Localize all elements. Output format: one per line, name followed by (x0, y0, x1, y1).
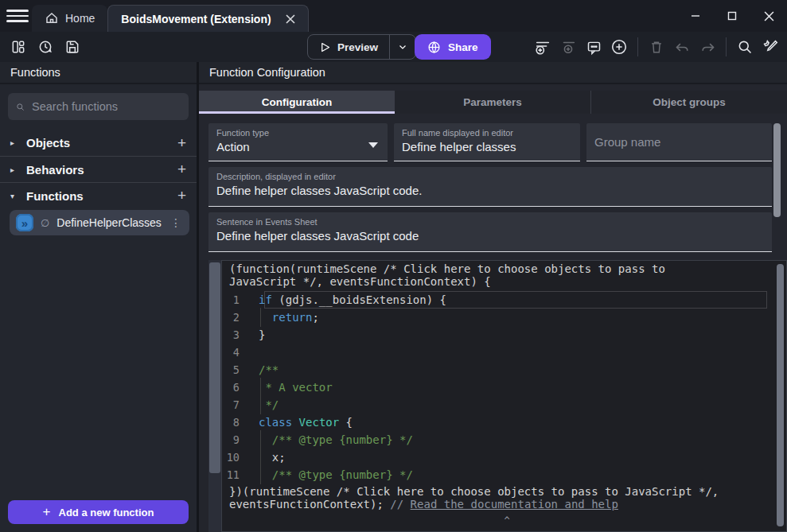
add-objects-button[interactable]: + (177, 134, 186, 152)
preview-options-button[interactable] (389, 35, 415, 59)
chevron-collapsed-icon: ▸ (10, 138, 18, 147)
sentence-label: Sentence in Events Sheet (216, 217, 764, 227)
preview-button[interactable]: Preview (307, 34, 416, 60)
function-item-definehelperclasses[interactable]: » ∅ DefineHelperClasses ⋮ (10, 210, 189, 235)
code-line[interactable]: 4 (222, 344, 786, 361)
sentence-field[interactable]: Sentence in Events Sheet Define helper c… (208, 212, 772, 252)
code-line[interactable]: 9 /** @type {number} */ (222, 431, 786, 449)
search-functions-box[interactable] (8, 93, 189, 120)
code-line[interactable]: 11 /** @type {number} */ (222, 466, 786, 483)
form-scrollbar[interactable] (773, 123, 781, 217)
code-line[interactable]: 8class Vector { (222, 414, 786, 431)
code-token: eventsFunctionContext); (229, 498, 390, 511)
private-function-icon: ∅ (41, 217, 49, 229)
edit-extension-button[interactable] (758, 35, 782, 59)
undo-icon (674, 39, 691, 56)
add-functions-button[interactable]: + (177, 187, 186, 204)
code-token: { (339, 416, 353, 429)
tab-object-groups[interactable]: Object groups (590, 91, 787, 114)
tab-extension-label: BoidsMovement (Extension) (121, 13, 271, 25)
window-close-button[interactable] (750, 0, 787, 32)
add-behaviors-button[interactable]: + (177, 161, 186, 178)
redo-button[interactable] (695, 35, 719, 59)
code-line[interactable]: 10 x; (222, 449, 786, 466)
code-footer[interactable]: })(runtimeScene /* Click here to choose … (222, 483, 786, 511)
group-name-field[interactable]: Group name (586, 123, 772, 161)
code-token: // (390, 498, 410, 511)
code-lines[interactable]: 1if (gdjs.__boidsExtension) {2 return;3}… (222, 291, 786, 483)
tab-label: Parameters (463, 96, 522, 108)
documentation-link[interactable]: Read the documentation and help (411, 498, 618, 511)
functions-sidebar: Functions ▸Objects+▸Behaviors+▾Functions… (0, 62, 197, 532)
save-button[interactable] (60, 35, 84, 59)
tab-close-button[interactable] (286, 14, 295, 24)
function-item-label: DefineHelperClasses (56, 216, 162, 229)
code-content: /** @type {number} */ (259, 431, 786, 449)
main-menu-button[interactable] (6, 6, 29, 25)
code-line[interactable]: 2 return; (222, 309, 786, 326)
hamburger-icon (6, 20, 29, 22)
code-content: if (gdjs.__boidsExtension) { (259, 291, 786, 309)
tab-home[interactable]: Home (32, 5, 107, 32)
window-maximize-button[interactable] (714, 0, 750, 32)
item-options-button[interactable]: ⋮ (169, 216, 183, 229)
tab-label: Object groups (653, 96, 726, 108)
add-subevent-button[interactable] (556, 35, 580, 59)
undo-button[interactable] (670, 35, 694, 59)
tree-section-objects[interactable]: ▸Objects+ (0, 130, 197, 156)
line-number: 9 (222, 433, 259, 446)
code-header[interactable]: (function(runtimeScene /* Click here to … (222, 261, 786, 288)
add-function-label: Add a new function (59, 507, 154, 518)
share-button[interactable]: Share (415, 34, 491, 60)
search-functions-input[interactable] (32, 100, 181, 113)
code-token: /** @type {number} */ (259, 433, 413, 446)
search-icon (16, 100, 25, 114)
tab-configuration[interactable]: Configuration (199, 91, 395, 114)
add-function-button[interactable]: + Add a new function (8, 500, 189, 524)
play-icon (319, 41, 331, 53)
code-scrollbar-thumb[interactable] (777, 264, 784, 526)
code-line[interactable]: 3} (222, 326, 786, 344)
toolbar-divider (637, 37, 638, 56)
maximize-icon (727, 11, 737, 21)
tab-home-label: Home (65, 12, 95, 25)
history-button[interactable] (33, 35, 57, 59)
window-minimize-button[interactable] (677, 0, 714, 32)
code-header-line: (function(runtimeScene /* Click here to … (229, 262, 778, 275)
javascript-code-editor[interactable]: (function(runtimeScene /* Click here to … (221, 260, 787, 532)
add-event-icon (534, 38, 551, 56)
tab-boidsmovement-extension[interactable]: BoidsMovement (Extension) (107, 5, 308, 32)
tab-parameters[interactable]: Parameters (395, 91, 590, 114)
toggle-panels-button[interactable] (6, 35, 30, 59)
full-name-field[interactable]: Full name displayed in editor Define hel… (394, 123, 580, 161)
tree-section-behaviors[interactable]: ▸Behaviors+ (0, 156, 197, 182)
code-line[interactable]: 5/** (222, 361, 786, 379)
code-line[interactable]: 1if (gdjs.__boidsExtension) { (222, 291, 786, 309)
main-toolbar: Preview Share (0, 32, 787, 62)
line-number: 8 (222, 416, 259, 429)
function-icon: » (16, 214, 33, 231)
code-line[interactable]: 6 * A vector (222, 379, 786, 396)
function-type-label: Function type (216, 128, 380, 138)
full-name-value: Define helper classes (402, 140, 572, 153)
code-left-scrollbar-thumb[interactable] (209, 262, 220, 473)
add-element-button[interactable] (607, 35, 631, 59)
description-field[interactable]: Description, displayed in editor Define … (208, 167, 772, 207)
tree-section-label: Behaviors (26, 163, 169, 177)
line-number: 4 (222, 346, 259, 359)
search-events-button[interactable] (733, 35, 757, 59)
indent-guide (260, 308, 261, 327)
delete-button[interactable] (645, 35, 668, 59)
add-comment-button[interactable] (582, 35, 606, 59)
layout-panels-icon (10, 39, 26, 55)
add-event-button[interactable] (531, 35, 555, 59)
line-number: 3 (222, 328, 259, 341)
code-token: if (259, 293, 272, 306)
minimize-icon (691, 11, 700, 21)
preview-main-action[interactable]: Preview (308, 35, 389, 59)
code-footer-line: })(runtimeScene /* Click here to choose … (229, 485, 778, 498)
tree-section-functions[interactable]: ▾Functions+ (0, 182, 197, 208)
function-type-select[interactable]: Function type Action (208, 123, 388, 161)
indent-guide (260, 465, 261, 484)
code-line[interactable]: 7 */ (222, 396, 786, 414)
